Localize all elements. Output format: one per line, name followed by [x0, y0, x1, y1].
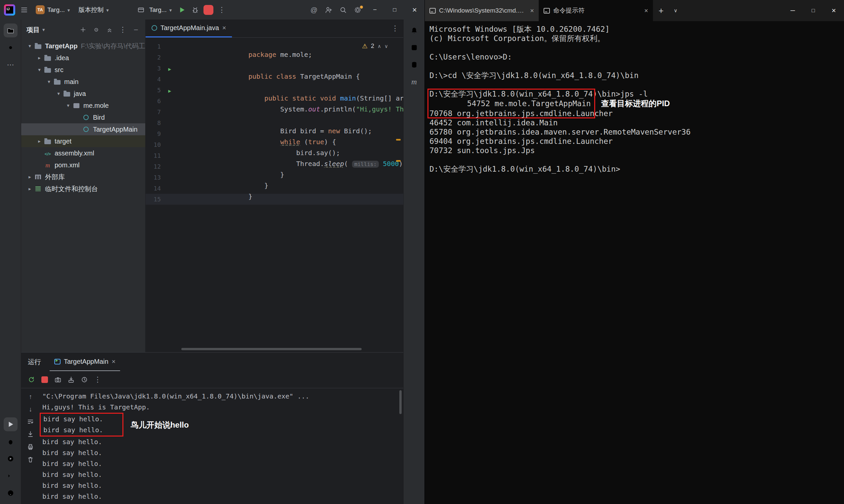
close-tab-icon[interactable]: ×: [644, 7, 648, 15]
tree-item[interactable]: Bird: [21, 111, 145, 123]
tree-item[interactable]: ▾ src: [21, 64, 145, 76]
mentions-icon[interactable]: [307, 4, 321, 16]
more-toolwindows-button[interactable]: [4, 58, 18, 72]
code-with-me-icon[interactable]: [321, 4, 336, 16]
more-actions-icon[interactable]: [92, 374, 103, 385]
warning-stripe-mark[interactable]: [396, 139, 401, 141]
tree-item-label: TargetAppMain: [93, 126, 138, 133]
ai-assistant-icon[interactable]: [407, 41, 421, 55]
run-tab[interactable]: TargetAppMain ×: [50, 353, 120, 371]
terminal-toolwindow-button[interactable]: [4, 469, 18, 483]
run-gutter-icon[interactable]: [163, 86, 177, 94]
tree-chevron-icon[interactable]: ▾: [64, 103, 72, 108]
prev-problem-icon[interactable]: [377, 43, 381, 50]
tree-chevron-icon[interactable]: ▸: [35, 55, 43, 61]
next-problem-icon[interactable]: [384, 43, 388, 50]
tree-item[interactable]: ▾ main: [21, 76, 145, 88]
maximize-button[interactable]: [803, 0, 824, 21]
tree-item[interactable]: TargetAppMain: [21, 123, 145, 135]
more-actions-icon[interactable]: [216, 4, 227, 16]
inspection-widget[interactable]: 2: [362, 42, 388, 50]
clear-console-icon[interactable]: [25, 454, 36, 465]
editor-options-icon[interactable]: [389, 23, 401, 34]
tree-item[interactable]: ▸ .idea: [21, 52, 145, 64]
hide-panel-button[interactable]: [130, 24, 142, 35]
settings-icon[interactable]: [350, 4, 365, 16]
project-view-selector[interactable]: 项目: [27, 25, 40, 34]
tree-item[interactable]: ▸ 临时文件和控制台: [21, 183, 145, 195]
code-editor[interactable]: 1 package me.mole; 2: [145, 38, 403, 352]
close-tab-icon[interactable]: ×: [222, 24, 226, 32]
project-toolwindow-button[interactable]: [4, 23, 18, 37]
tree-chevron-icon[interactable]: ▸: [35, 138, 43, 144]
editor-tab[interactable]: TargetAppMain.java ×: [145, 19, 232, 37]
file-type-icon: [45, 161, 50, 169]
tree-item[interactable]: ▸ target: [21, 135, 145, 147]
close-tab-icon[interactable]: ×: [112, 358, 116, 365]
terminal-line: D:\安全学习\jdk1.8.0(win_x64_1.8.0_74)\bin>: [429, 164, 844, 174]
tab-dropdown-icon[interactable]: ∨: [669, 0, 682, 21]
print-icon[interactable]: [25, 441, 36, 452]
tree-chevron-icon[interactable]: ▾: [26, 43, 34, 49]
debug-toolwindow-button[interactable]: [4, 435, 18, 448]
scroll-to-end-icon[interactable]: [25, 429, 36, 440]
stop-button[interactable]: [203, 4, 214, 16]
run-gutter-icon[interactable]: [163, 65, 177, 72]
new-tab-button[interactable]: +: [653, 0, 669, 21]
tree-item[interactable]: pom.xml: [21, 159, 145, 171]
tree-item[interactable]: ▾ TargetApp F:\实验\内存马\代码工程: [21, 40, 145, 52]
history-button[interactable]: [79, 374, 90, 385]
run-configuration-selector[interactable]: Targ...: [133, 2, 174, 18]
code-line[interactable]: 15: [145, 194, 403, 205]
up-arrow-icon[interactable]: [25, 391, 36, 402]
terminal-tab[interactable]: C:\Windows\System32\cmd.exe ×: [425, 0, 539, 21]
warning-stripe-mark[interactable]: [396, 160, 401, 162]
rerun-button[interactable]: [26, 374, 37, 385]
chevron-down-icon[interactable]: [42, 27, 45, 33]
tree-chevron-icon[interactable]: ▾: [55, 91, 63, 96]
console-scrollbar[interactable]: [399, 390, 402, 414]
panel-options-button[interactable]: [117, 24, 129, 35]
tree-chevron-icon[interactable]: ▸: [26, 186, 34, 192]
intellij-window: TA Targ... 版本控制 Targ...: [0, 0, 425, 504]
down-arrow-icon[interactable]: [25, 403, 36, 415]
close-button[interactable]: [824, 0, 844, 21]
vcs-widget[interactable]: 版本控制: [76, 4, 111, 16]
attach-button[interactable]: [66, 374, 77, 385]
main-menu-icon[interactable]: [19, 4, 30, 16]
add-button[interactable]: [77, 24, 89, 35]
tree-item[interactable]: ▾ java: [21, 88, 145, 100]
horizontal-scrollbar[interactable]: [181, 348, 362, 350]
tree-item[interactable]: ▾ me.mole: [21, 100, 145, 111]
tree-chevron-icon[interactable]: ▾: [35, 67, 43, 73]
project-switcher[interactable]: TA Targ...: [33, 3, 72, 16]
tree-chevron-icon[interactable]: ▸: [26, 174, 34, 180]
close-tab-icon[interactable]: ×: [530, 7, 534, 15]
commit-toolwindow-button[interactable]: [4, 41, 18, 55]
run-button[interactable]: [176, 4, 188, 16]
maximize-button[interactable]: [385, 0, 405, 19]
minimize-button[interactable]: [783, 0, 803, 21]
tree-item[interactable]: assembly.xml: [21, 147, 145, 159]
minimize-button[interactable]: [365, 0, 385, 19]
problems-toolwindow-button[interactable]: [4, 486, 18, 500]
soft-wrap-icon[interactable]: [25, 416, 36, 427]
search-everywhere-icon[interactable]: [336, 4, 350, 16]
collapse-all-button[interactable]: [104, 24, 116, 35]
tree-item[interactable]: ▸ 外部库: [21, 171, 145, 183]
locate-file-button[interactable]: [90, 24, 102, 35]
stop-button[interactable]: [39, 374, 50, 385]
terminal-screen[interactable]: Microsoft Windows [版本 10.0.26200.7462](c…: [425, 21, 844, 504]
close-button[interactable]: [405, 0, 424, 19]
console-output[interactable]: "C:\Program Files\Java\jdk1.8.0(win_x64_…: [40, 388, 403, 504]
database-icon[interactable]: [407, 58, 421, 72]
tree-chevron-icon[interactable]: ▾: [45, 79, 53, 85]
cmd-icon: [429, 8, 436, 14]
notifications-icon[interactable]: [407, 23, 421, 37]
dump-threads-button[interactable]: [52, 374, 64, 385]
debug-button[interactable]: [190, 4, 201, 16]
run-toolwindow-button[interactable]: [4, 417, 18, 431]
terminal-tab[interactable]: 命令提示符 ×: [539, 0, 653, 21]
maven-icon[interactable]: [407, 75, 421, 89]
services-toolwindow-button[interactable]: [4, 452, 18, 466]
